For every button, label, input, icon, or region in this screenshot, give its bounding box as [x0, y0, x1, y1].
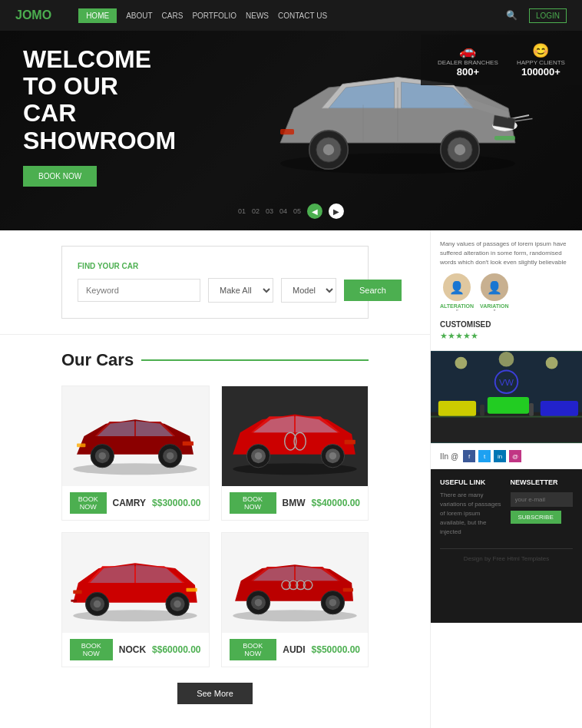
nav-about[interactable]: ABOUT — [126, 12, 152, 20]
footer-cols: USEFUL LINK There are many variations of… — [440, 478, 573, 537]
svg-rect-5 — [280, 129, 294, 134]
svg-point-17 — [99, 452, 107, 460]
newsletter-col: NEWSLETTER SUBSCRIBE — [511, 478, 574, 537]
bmw-footer: BOOK NOW BMW $$40000.00 — [222, 486, 369, 520]
svg-point-39 — [174, 601, 182, 608]
car-card-nock: BOOK NOW NOCK $$60000.00 — [61, 532, 210, 667]
nock-name: NOCK — [119, 644, 146, 655]
avatar-1: 👤 ALTERATION " — [440, 273, 474, 314]
svg-point-26 — [255, 452, 263, 460]
prev-button[interactable]: ◀ — [307, 204, 322, 219]
search-button[interactable]: Search — [344, 280, 402, 301]
car-card-audi: BOOK NOW AUDI $$50000.00 — [221, 532, 369, 667]
sidebar-ig-icon[interactable]: @ — [509, 450, 521, 462]
left-content: FIND YOUR CAR Make All Model Search — [0, 230, 430, 728]
testimonial-text: Many values of passages of lorem ipsum h… — [440, 240, 573, 267]
nock-footer: BOOK NOW NOCK $$60000.00 — [62, 633, 209, 667]
hero-content: WELCOME TO OUR CAR SHOWROOM BOOK NOW — [23, 46, 176, 187]
avatar-1-image: 👤 — [443, 273, 471, 301]
audi-book-button[interactable]: BOOK NOW — [230, 639, 277, 660]
car-card-camry: BOOK NOW CAMRY $$30000.00 — [61, 386, 210, 521]
model-select[interactable]: Model — [281, 278, 336, 303]
dot-4[interactable]: 04 — [279, 207, 287, 215]
gallery-image: VW — [431, 351, 582, 443]
design-credit: Design by Free Html Templates — [440, 548, 573, 562]
camry-image — [62, 386, 209, 486]
nav-home[interactable]: HOME — [78, 8, 117, 23]
dot-1[interactable]: 01 — [238, 207, 246, 215]
dot-5[interactable]: 05 — [293, 207, 301, 215]
audi-footer: BOOK NOW AUDI $$50000.00 — [222, 633, 369, 667]
sidebar-tw-icon[interactable]: t — [478, 450, 491, 462]
testimonial-avatars: 👤 ALTERATION " 👤 VARIATION " — [440, 273, 573, 314]
avatar-2-image: 👤 — [481, 273, 508, 301]
brand-logo: JOMO — [15, 8, 51, 22]
nav-portfolio[interactable]: PORTFOLIO — [192, 12, 236, 20]
svg-rect-32 — [344, 440, 355, 445]
dealer-stat: 🚗 DEALER BRANCHES 800+ — [438, 42, 498, 78]
star-rating: ★★★★★ — [440, 331, 573, 341]
right-sidebar: Many values of passages of lorem ipsum h… — [430, 230, 582, 728]
dot-2[interactable]: 02 — [252, 207, 260, 215]
hero-title: WELCOME TO OUR CAR SHOWROOM — [23, 46, 176, 154]
search-section: FIND YOUR CAR Make All Model Search — [0, 230, 430, 335]
bmw-book-button[interactable]: BOOK NOW — [230, 492, 276, 514]
svg-point-36 — [94, 601, 101, 608]
svg-rect-63 — [431, 416, 582, 418]
clients-value: 100000+ — [517, 66, 565, 78]
useful-link-text: There are many variations of passages of… — [440, 491, 503, 537]
search-box: FIND YOUR CAR Make All Model Search — [61, 246, 369, 319]
audi-image — [222, 533, 369, 633]
hero-cta-button[interactable]: BOOK NOW — [23, 166, 97, 187]
bmw-name: BMW — [283, 498, 306, 508]
camry-book-button[interactable]: BOOK NOW — [70, 492, 107, 514]
bmw-image — [222, 386, 369, 486]
see-more-container: See More — [61, 683, 369, 704]
svg-point-29 — [329, 452, 336, 460]
avatar-2-label: VARIATION — [480, 303, 508, 309]
subscribe-button[interactable]: SUBSCRIBE — [511, 511, 561, 524]
newsletter-title: NEWSLETTER — [511, 478, 574, 486]
svg-rect-60 — [438, 401, 476, 416]
audi-price: $$50000.00 — [312, 644, 360, 655]
footer-columns: USEFUL LINK There are many variations of… — [431, 469, 582, 623]
sidebar-fb-icon[interactable]: f — [463, 450, 475, 462]
svg-point-57 — [455, 357, 468, 369]
svg-rect-41 — [74, 591, 82, 594]
camry-price: $$30000.00 — [152, 498, 200, 508]
useful-link-title: USEFUL LINK — [440, 478, 503, 486]
nav-cars[interactable]: CARS — [162, 12, 184, 20]
useful-link-col: USEFUL LINK There are many variations of… — [440, 478, 503, 537]
svg-rect-62 — [541, 401, 578, 416]
clients-stat: 😊 HAPPY CLIENTS 100000+ — [517, 42, 565, 78]
nock-book-button[interactable]: BOOK NOW — [70, 639, 113, 660]
svg-rect-40 — [187, 588, 197, 592]
next-button[interactable]: ▶ — [329, 204, 344, 219]
avatar-1-label: ALTERATION — [440, 303, 474, 309]
svg-point-11 — [455, 144, 465, 155]
dealer-label: DEALER BRANCHES — [438, 59, 498, 66]
camry-footer: BOOK NOW CAMRY $$30000.00 — [62, 486, 209, 520]
dot-3[interactable]: 03 — [266, 207, 273, 215]
avatar-2: 👤 VARIATION " — [480, 273, 508, 314]
clients-label: HAPPY CLIENTS — [517, 59, 565, 66]
cars-section: Our Cars — [0, 335, 430, 728]
cars-grid: BOOK NOW CAMRY $$30000.00 — [61, 386, 369, 667]
make-select[interactable]: Make All — [208, 278, 273, 303]
hero-section: JOMO HOME ABOUT CARS PORTFOLIO NEWS CONT… — [0, 0, 582, 230]
svg-rect-64 — [480, 405, 484, 416]
svg-rect-54 — [342, 588, 352, 592]
see-more-button[interactable]: See More — [177, 683, 253, 704]
svg-rect-21 — [183, 442, 193, 446]
dealer-value: 800+ — [438, 66, 498, 78]
dealer-icon: 🚗 — [438, 42, 498, 59]
bmw-price: $$40000.00 — [312, 498, 360, 508]
sidebar-li-icon[interactable]: in — [494, 450, 506, 462]
clients-icon: 😊 — [517, 42, 565, 59]
keyword-input[interactable] — [78, 279, 200, 302]
svg-point-46 — [255, 599, 263, 607]
newsletter-input[interactable] — [511, 492, 574, 507]
search-fields: Make All Model Search — [78, 278, 352, 303]
customised-label: CUSTOMISED — [440, 320, 573, 329]
svg-rect-42 — [71, 600, 78, 602]
